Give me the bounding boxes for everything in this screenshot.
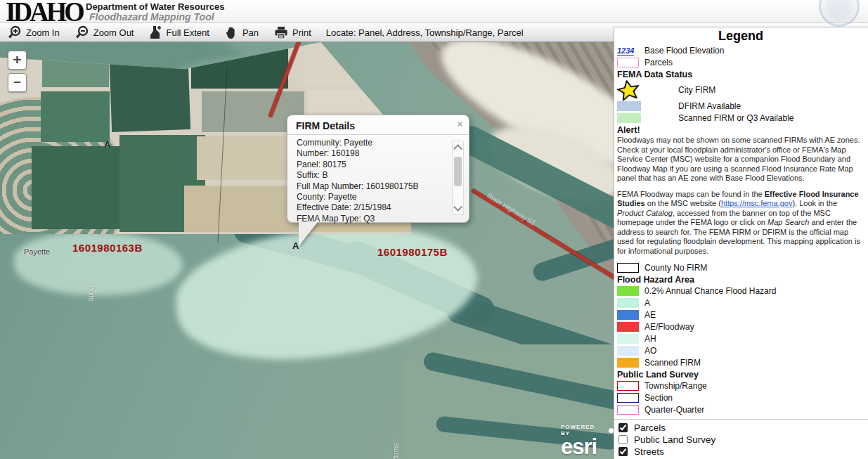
parcels-swatch [617, 58, 639, 67]
scrollbar-thumb[interactable] [454, 157, 462, 186]
legend-row-parcels: Parcels [617, 57, 864, 68]
alert-paragraph-1: Floodways may not be shown on some scann… [617, 136, 864, 183]
parcels-checkbox[interactable] [618, 423, 628, 432]
scanned-firm-swatch [617, 358, 639, 368]
layer-toggle-public-land-survey: Public Land Survey [618, 434, 864, 445]
pan-label: Pan [242, 27, 259, 38]
scanned-q3-label: Scanned FIRM or Q3 Available [678, 113, 794, 123]
bfe-label: Base Flood Elevation [644, 46, 724, 56]
print-button[interactable]: Print [266, 23, 319, 41]
popup-tail [299, 222, 318, 246]
popup-field-full-map-number: Full Map Number: 1601980175B [297, 181, 448, 192]
zone-a-swatch [617, 298, 639, 308]
zone-a-label-center: A [292, 240, 299, 251]
legend-divider [614, 419, 868, 420]
public-land-survey-checkbox[interactable] [618, 435, 628, 444]
popup-title: FIRM Details [296, 120, 355, 131]
legend-row-scanned-firm: Scanned FIRM [617, 357, 864, 368]
scroll-down-icon[interactable] [453, 202, 462, 212]
02pct-swatch [617, 286, 639, 296]
fema-data-status-heading: FEMA Data Status [617, 70, 864, 79]
popup-field-fema-map-type: FEMA Map Type: Q3 [297, 214, 448, 224]
full-extent-label: Full Extent [166, 27, 209, 38]
township-range-swatch [617, 381, 639, 391]
map-zoom-in-control[interactable]: + [8, 51, 27, 70]
legend-row-zone-ae: AE [617, 309, 864, 321]
county-no-firm-swatch [617, 263, 639, 273]
layer-toggle-streets: Streets [618, 446, 864, 457]
esri-logo: esri [561, 437, 614, 458]
ae-floodway-swatch [617, 322, 639, 332]
legend-row-ae-floodway: AE/Floodway [617, 321, 864, 332]
zone-ae-swatch [617, 310, 639, 320]
streets-checkbox[interactable] [618, 447, 628, 456]
county-no-firm-label: County No FIRM [644, 263, 707, 273]
msc-fema-link[interactable]: https://msc.fema.gov [721, 199, 792, 207]
flood-hazard-area-heading: Flood Hazard Area [617, 275, 864, 285]
popup-close-icon[interactable]: × [457, 119, 462, 129]
full-extent-button[interactable]: Full Extent [141, 23, 216, 41]
street-label-adams: Adams [392, 443, 400, 459]
firm-details-popup: FIRM Details × Community: Payette Number… [287, 115, 469, 223]
legend-row-02pct: 0.2% Annual Chance Flood Hazard [617, 285, 864, 297]
map-canvas[interactable]: Payette 1601980163B 1601980175B A A Butt… [0, 42, 614, 459]
public-land-survey-heading: Public Land Survey [617, 370, 864, 380]
zone-ah-swatch [617, 334, 639, 344]
locate-menu[interactable]: Locate: Panel, Address, Township/Range, … [319, 27, 524, 38]
esri-dot-icon [609, 428, 614, 433]
printer-icon [274, 26, 288, 39]
street-label-butte: Butte [87, 285, 95, 302]
bfe-symbol: 1234 [617, 46, 634, 56]
quarter-quarter-swatch [617, 405, 639, 415]
pan-hand-icon [225, 25, 238, 39]
zoom-in-label: Zoom In [26, 27, 60, 38]
legend-title: Legend [617, 29, 864, 44]
popup-scrollbar[interactable] [452, 141, 464, 215]
alert-heading: Alert! [617, 125, 864, 135]
idaho-logo: IDAHO [6, 0, 82, 27]
alert-paragraph-2: FEMA Floodway maps can be found in the E… [617, 190, 864, 257]
app-header: IDAHO Department of Water Resources Floo… [0, 0, 868, 22]
print-label: Print [292, 27, 311, 38]
city-firm-label: City FIRM [678, 85, 715, 95]
legend-panel: Legend 1234 Base Flood Elevation Parcels… [614, 27, 868, 459]
department-title: Department of Water Resources [86, 1, 224, 12]
section-swatch [617, 393, 639, 403]
legend-row-zone-ao: AO [617, 345, 864, 356]
zone-ao-swatch [617, 346, 639, 356]
popup-field-effective-date: Effective Date: 2/15/1984 [297, 202, 448, 213]
city-firm-star-icon [616, 78, 641, 101]
legend-row-zone-a: A [617, 297, 864, 309]
zoom-out-label: Zoom Out [93, 27, 134, 38]
legend-row-dfirm: DFIRM Available [617, 101, 864, 112]
map-zoom-out-control[interactable]: − [8, 73, 27, 92]
zone-a-label-left: A [104, 139, 110, 150]
legend-row-zone-ah: AH [617, 333, 864, 344]
legend-row-township-range: Township/Range [617, 380, 864, 392]
legend-row-county-no-firm: County No FIRM [617, 262, 864, 273]
esri-attribution: POWERED BY esri [561, 424, 614, 458]
app-title: Floodhazard Mapping Tool [89, 11, 214, 22]
popup-field-panel: Panel: 80175 [297, 160, 448, 170]
legend-row-bfe: 1234 Base Flood Elevation [617, 45, 864, 56]
dfirm-swatch [617, 101, 641, 111]
parcels-label: Parcels [644, 58, 673, 67]
pan-button[interactable]: Pan [217, 23, 266, 41]
legend-row-quarter-quarter: Quarter-Quarter [617, 404, 864, 415]
city-label-payette: Payette [24, 247, 50, 256]
scanned-q3-swatch [617, 113, 641, 123]
layer-toggle-parcels: Parcels [618, 422, 864, 433]
floodhazard-mapping-tool: IDAHO Department of Water Resources Floo… [0, 0, 868, 459]
popup-field-suffix: Suffix: B [297, 170, 448, 181]
legend-row-section: Section [617, 392, 864, 403]
legend-row-scanned-q3: Scanned FIRM or Q3 Available [617, 112, 864, 124]
firm-panel-label-left: 1601980163B [72, 242, 143, 254]
idaho-full-extent-icon [149, 25, 162, 39]
popup-field-community: Community: Payette [297, 138, 448, 148]
popup-field-number: Number: 160198 [297, 148, 448, 159]
popup-field-county: County: Payette [297, 192, 448, 202]
legend-row-city-firm: City FIRM [617, 80, 864, 100]
scroll-up-icon[interactable] [453, 144, 462, 153]
popup-body: Community: Payette Number: 160198 Panel:… [287, 135, 469, 227]
dfirm-label: DFIRM Available [678, 101, 741, 111]
